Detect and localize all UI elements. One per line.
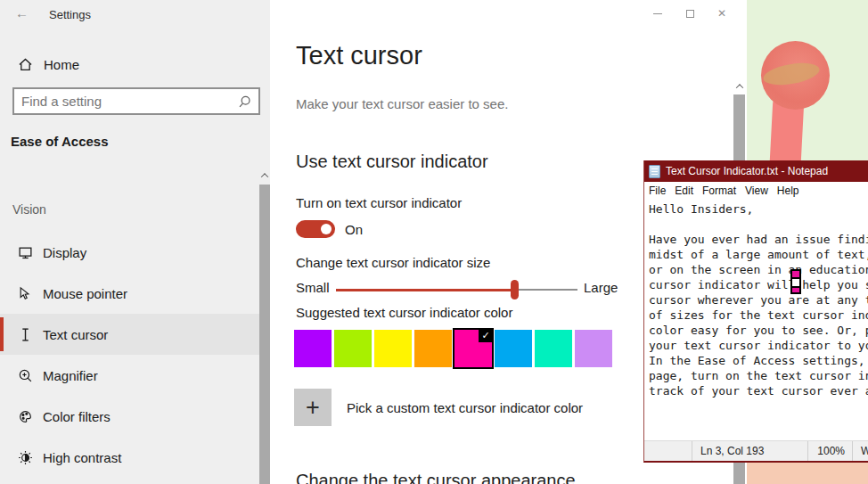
search-icon[interactable] (238, 94, 252, 109)
sidebar-item-high-contrast[interactable]: High contrast (0, 437, 259, 478)
color-swatch-3[interactable] (414, 330, 452, 367)
slider-thumb[interactable] (511, 280, 519, 299)
notepad-menubar: FileEditFormatViewHelp (644, 182, 868, 200)
notepad-titlebar[interactable]: Text Cursor Indicator.txt - Notepad (644, 160, 868, 182)
sidebar-item-label: High contrast (43, 450, 121, 465)
notepad-window: Text Cursor Indicator.txt - Notepad File… (643, 160, 868, 463)
toggle-knob (321, 224, 332, 234)
menu-view[interactable]: View (741, 185, 773, 197)
cursor-gumdrop-top (790, 269, 801, 279)
close-button[interactable]: ✕ (706, 0, 738, 27)
status-line-ending: W (852, 441, 868, 461)
notepad-text-line: or on the screen in an education (649, 262, 868, 277)
notepad-text-line: In the Ease of Access settings, (649, 353, 868, 368)
color-swatch-2[interactable] (374, 330, 412, 367)
back-icon[interactable]: ← (15, 5, 29, 21)
section-heading-use-indicator: Use text cursor indicator (296, 152, 488, 172)
status-cell-empty (644, 441, 692, 461)
sidebar-section-heading: Ease of Access (11, 134, 109, 149)
menu-edit[interactable]: Edit (670, 185, 698, 197)
notepad-text-line: your text cursor indicator to yo (649, 338, 868, 353)
menu-file[interactable]: File (644, 185, 670, 197)
nav-group-label: Vision (12, 202, 46, 217)
maximize-button[interactable] (674, 0, 706, 27)
sidebar-item-home[interactable]: Home (0, 47, 258, 81)
cursor-gumdrop-bottom (790, 286, 801, 294)
sidebar-item-label: Display (43, 245, 86, 260)
notepad-text-line: color easy for you to see. Or, p (649, 323, 868, 338)
sidebar-item-label: Text cursor (43, 327, 108, 342)
maximize-icon (686, 10, 694, 18)
cursor-ibeam (790, 279, 801, 286)
sidebar-scrollbar[interactable] (259, 169, 270, 484)
menu-help[interactable]: Help (773, 185, 804, 197)
notepad-text-line: page, turn on the text cursor in (649, 368, 868, 383)
sidebar-nav: DisplayMouse pointerText cursorMagnifier… (0, 232, 259, 478)
slider-max-label: Large (584, 280, 618, 295)
custom-color-row: + Pick a custom text cursor indicator co… (294, 389, 583, 426)
slider-min-label: Small (296, 280, 330, 295)
color-label: Suggested text cursor indicator color (296, 305, 512, 320)
search-box[interactable] (12, 87, 260, 115)
status-line-col: Ln 3, Col 193 (692, 441, 807, 461)
sidebar-scrollbar-thumb[interactable] (259, 185, 270, 484)
pick-custom-color-label: Pick a custom text cursor indicator colo… (347, 400, 583, 415)
sidebar-item-label: Home (44, 57, 79, 72)
minimize-button[interactable] (642, 0, 674, 27)
sidebar-item-label: Magnifier (43, 368, 98, 383)
mouse-pointer-icon (18, 286, 33, 301)
notepad-title: Text Cursor Indicator.txt - Notepad (666, 165, 828, 177)
settings-window: ← Settings Home Ease of Access (0, 0, 746, 484)
sidebar-item-label: Mouse pointer (43, 286, 127, 301)
search-input[interactable] (14, 94, 238, 109)
display-icon (18, 245, 33, 260)
notepad-text-line: of sizes for the text cursor ind (649, 308, 868, 323)
status-zoom-level: 100% (807, 441, 852, 461)
notepad-text-line: Have you ever had an issue findi (649, 232, 868, 247)
sidebar-item-text-cursor[interactable]: Text cursor (0, 314, 259, 355)
color-swatch-6[interactable] (535, 330, 572, 367)
text-cursor-indicator (790, 269, 801, 294)
text-cursor-icon (18, 327, 33, 342)
sidebar-item-display[interactable]: Display (0, 232, 259, 273)
notepad-text-area[interactable]: Hello Insiders,Have you ever had an issu… (644, 200, 868, 440)
section-heading-appearance: Change the text cursor appearance (296, 471, 576, 484)
color-swatch-7[interactable] (575, 330, 612, 367)
color-swatch-4[interactable]: ✓ (454, 330, 492, 367)
notepad-icon (649, 165, 660, 178)
scroll-up-icon[interactable] (733, 80, 745, 93)
color-swatch-0[interactable] (294, 330, 332, 367)
menu-format[interactable]: Format (698, 185, 741, 197)
page-subtitle: Make your text cursor easier to see. (296, 96, 508, 111)
size-label: Change text cursor indicator size (296, 255, 490, 270)
text-cursor-indicator-toggle[interactable] (296, 220, 335, 238)
magnifier-icon (18, 368, 33, 383)
settings-sidebar: ← Settings Home Ease of Access (0, 0, 270, 484)
color-swatch-5[interactable] (495, 330, 532, 367)
photo-foreground (747, 463, 868, 484)
close-icon: ✕ (717, 7, 726, 20)
sidebar-item-magnifier[interactable]: Magnifier (0, 355, 259, 396)
slider-fill (336, 289, 515, 291)
notepad-text-line: Hello Insiders, (649, 201, 868, 217)
notepad-text-line: midst of a large amount of text, (649, 247, 868, 262)
check-icon: ✓ (479, 329, 493, 342)
notepad-text-line: track of your text cursor ever a (649, 383, 868, 398)
page-title: Text cursor (296, 41, 422, 70)
notepad-text-line: cursor indicator will help you s (649, 277, 868, 292)
size-slider[interactable] (336, 279, 577, 300)
color-filters-icon (18, 409, 33, 424)
toggle-state-text: On (345, 222, 363, 237)
notepad-statusbar: Ln 3, Col 193 100% W (644, 440, 868, 461)
home-icon (18, 57, 33, 72)
scroll-up-icon[interactable] (259, 169, 270, 182)
pick-custom-color-button[interactable]: + (294, 389, 332, 426)
sidebar-item-color-filters[interactable]: Color filters (0, 396, 259, 437)
color-swatch-1[interactable] (334, 330, 372, 367)
window-caption-buttons: ✕ (642, 0, 746, 27)
notepad-text-line: cursor wherever you are at any t (649, 292, 868, 308)
notepad-text-line (649, 217, 868, 232)
sidebar-item-mouse-pointer[interactable]: Mouse pointer (0, 273, 259, 314)
window-title: Settings (49, 8, 91, 21)
toggle-label: Turn on text cursor indicator (296, 195, 462, 210)
